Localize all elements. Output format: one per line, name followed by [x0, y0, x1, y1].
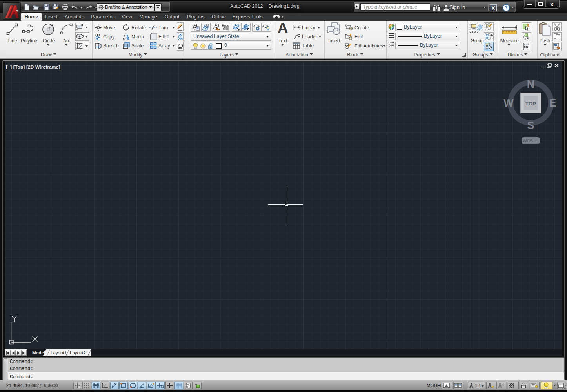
svg-text:W: W: [503, 97, 514, 109]
svg-text:WCS: WCS: [523, 138, 533, 143]
svg-text:E: E: [549, 97, 556, 109]
svg-text:N: N: [527, 78, 535, 90]
svg-text:Layout1: Layout1: [51, 350, 67, 355]
svg-text:Model: Model: [32, 350, 45, 355]
svg-text:Layout2: Layout2: [70, 350, 86, 355]
svg-text:S: S: [527, 120, 534, 131]
svg-text:TOP: TOP: [525, 101, 536, 107]
svg-text:?: ?: [505, 5, 508, 11]
